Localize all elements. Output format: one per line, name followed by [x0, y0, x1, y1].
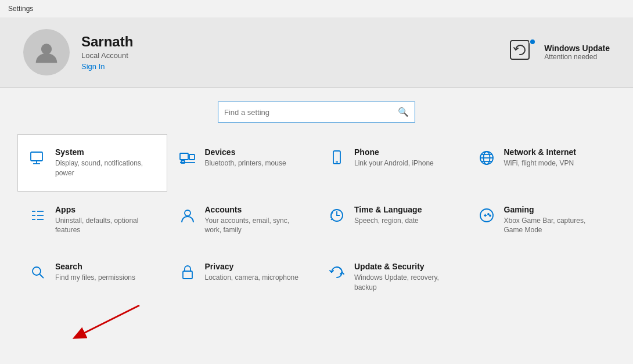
setting-desc-system: Display, sound, notifications, power [55, 158, 156, 178]
svg-point-30 [490, 215, 491, 216]
setting-desc-privacy: Location, camera, microphone [205, 273, 298, 283]
profile-account-type: Local Account [81, 51, 133, 60]
find-setting-search-icon: 🔍 [398, 107, 409, 117]
svg-point-0 [41, 44, 52, 54]
setting-title-privacy: Privacy [205, 262, 298, 271]
phone-icon [328, 149, 346, 167]
setting-text-system: SystemDisplay, sound, notifications, pow… [55, 147, 156, 178]
svg-rect-1 [510, 41, 529, 59]
setting-item-system[interactable]: SystemDisplay, sound, notifications, pow… [17, 134, 167, 192]
setting-text-gaming: GamingXbox Game Bar, captures, Game Mode [504, 205, 605, 236]
setting-item-network[interactable]: Network & InternetWiFi, flight mode, VPN [466, 134, 616, 192]
update-notification-dot [529, 38, 536, 45]
setting-desc-network: WiFi, flight mode, VPN [504, 158, 576, 168]
setting-item-privacy[interactable]: PrivacyLocation, camera, microphone [167, 248, 317, 306]
title-bar-label: Settings [8, 5, 33, 13]
setting-text-accounts: AccountsYour accounts, email, sync, work… [205, 205, 306, 236]
setting-text-devices: DevicesBluetooth, printers, mouse [205, 147, 286, 168]
setting-item-time[interactable]: Time & LanguageSpeech, region, date [316, 192, 466, 249]
profile-info: Sarnath Local Account Sign In [81, 34, 133, 71]
setting-item-accounts[interactable]: AccountsYour accounts, email, sync, work… [167, 192, 317, 249]
windows-update-icon [508, 38, 531, 62]
sign-in-link[interactable]: Sign In [81, 62, 133, 71]
search-area: 🔍 [0, 88, 633, 134]
setting-title-update: Update & Security [354, 262, 455, 271]
setting-item-search[interactable]: SearchFind my files, permissions [17, 248, 167, 306]
settings-grid: SystemDisplay, sound, notifications, pow… [0, 134, 633, 323]
network-icon [477, 149, 496, 167]
setting-desc-gaming: Xbox Game Bar, captures, Game Mode [504, 216, 605, 236]
update-icon [328, 263, 346, 282]
svg-rect-4 [31, 152, 42, 161]
system-icon [28, 149, 47, 167]
profile-section: Sarnath Local Account Sign In [23, 29, 133, 75]
svg-point-31 [33, 267, 41, 275]
setting-title-apps: Apps [55, 205, 156, 214]
avatar [23, 29, 70, 75]
setting-text-privacy: PrivacyLocation, camera, microphone [205, 262, 298, 283]
setting-title-search: Search [55, 262, 135, 271]
setting-desc-phone: Link your Android, iPhone [354, 158, 434, 168]
setting-text-time: Time & LanguageSpeech, region, date [354, 205, 422, 226]
privacy-icon [178, 263, 197, 282]
setting-desc-accounts: Your accounts, email, sync, work, family [205, 216, 306, 236]
setting-desc-time: Speech, region, date [354, 216, 422, 226]
devices-icon [178, 149, 197, 167]
windows-update-subtitle: Attention needed [544, 53, 610, 61]
find-setting-bar[interactable]: 🔍 [218, 102, 415, 122]
setting-item-gaming[interactable]: GamingXbox Game Bar, captures, Game Mode [466, 192, 616, 249]
setting-title-time: Time & Language [354, 205, 422, 214]
accounts-icon [178, 206, 197, 225]
windows-update-icon-wrap [508, 38, 536, 66]
svg-rect-33 [183, 271, 192, 279]
setting-item-devices[interactable]: DevicesBluetooth, printers, mouse [167, 134, 317, 192]
setting-desc-update: Windows Update, recovery, backup [354, 273, 455, 293]
setting-title-accounts: Accounts [205, 205, 306, 214]
setting-text-network: Network & InternetWiFi, flight mode, VPN [504, 147, 576, 168]
setting-item-phone[interactable]: PhoneLink your Android, iPhone [316, 134, 466, 192]
header: Sarnath Local Account Sign In Windows Up… [0, 17, 633, 88]
svg-rect-8 [189, 154, 195, 160]
setting-item-update[interactable]: Update & SecurityWindows Update, recover… [316, 248, 466, 306]
time-icon [328, 206, 346, 225]
setting-desc-search: Find my files, permissions [55, 273, 135, 283]
find-setting-input[interactable] [224, 108, 398, 117]
svg-point-29 [488, 214, 489, 215]
search-icon [28, 263, 47, 282]
setting-text-update: Update & SecurityWindows Update, recover… [354, 262, 455, 293]
title-bar: Settings [0, 0, 633, 17]
setting-text-apps: AppsUninstall, defaults, optional featur… [55, 205, 156, 236]
setting-title-gaming: Gaming [504, 205, 605, 214]
setting-text-phone: PhoneLink your Android, iPhone [354, 147, 434, 168]
setting-title-phone: Phone [354, 147, 434, 157]
svg-rect-7 [180, 153, 188, 160]
apps-icon [28, 206, 47, 225]
setting-title-system: System [55, 147, 156, 157]
svg-line-32 [39, 274, 44, 278]
windows-update-section[interactable]: Windows Update Attention needed [508, 38, 610, 66]
setting-item-apps[interactable]: AppsUninstall, defaults, optional featur… [17, 192, 167, 249]
profile-name: Sarnath [81, 34, 133, 50]
windows-update-title: Windows Update [544, 44, 610, 53]
setting-desc-devices: Bluetooth, printers, mouse [205, 158, 286, 168]
gaming-icon [477, 206, 496, 225]
setting-title-devices: Devices [205, 147, 286, 157]
grid-empty-cell [466, 248, 616, 306]
settings-wrapper: SystemDisplay, sound, notifications, pow… [0, 134, 633, 323]
setting-text-search: SearchFind my files, permissions [55, 262, 135, 283]
person-icon [34, 39, 59, 65]
windows-update-text: Windows Update Attention needed [544, 44, 610, 61]
setting-desc-apps: Uninstall, defaults, optional features [55, 216, 156, 236]
svg-point-24 [185, 210, 190, 216]
setting-title-network: Network & Internet [504, 147, 576, 157]
